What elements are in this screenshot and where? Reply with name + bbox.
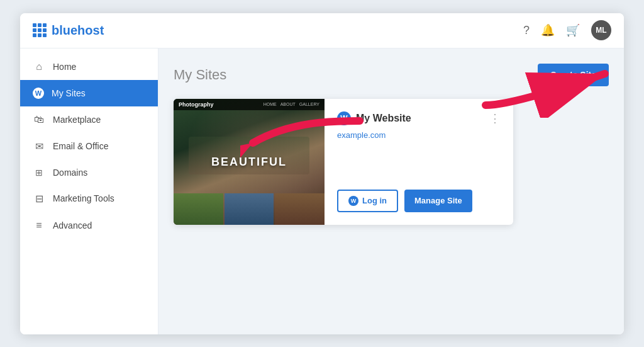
sidebar-item-marketplace-label: Marketplace (53, 115, 101, 125)
main-header: My Sites Create Site (174, 64, 609, 86)
sidebar: ⌂ Home W My Sites 🛍 Marketplace ✉ Email … (20, 48, 158, 334)
sidebar-item-domains-label: Domains (53, 168, 87, 178)
marketing-icon: ⊟ (33, 193, 45, 205)
bell-icon[interactable]: 🔔 (541, 23, 555, 37)
logo-grid-icon (33, 23, 47, 37)
thumbnail-nav-item: HOME (264, 102, 277, 106)
thumbnail-beautiful-text: BEAUTIFUL (211, 155, 287, 168)
marketplace-icon: 🛍 (33, 114, 45, 125)
sidebar-item-advanced[interactable]: ≡ Advanced (20, 212, 158, 239)
site-name: My Website (356, 113, 411, 124)
logo-text: bluehost (52, 23, 104, 38)
site-menu-button[interactable]: ⋮ (489, 111, 501, 125)
manage-site-button[interactable]: Manage Site (404, 190, 472, 212)
strip-item-2 (225, 193, 274, 225)
wordpress-icon: W (337, 111, 351, 125)
cart-icon[interactable]: 🛒 (566, 23, 580, 37)
home-icon: ⌂ (33, 61, 45, 72)
sidebar-item-email-office-label: Email & Office (53, 141, 108, 151)
sidebar-item-marketing-tools-label: Marketing Tools (53, 193, 114, 203)
header: bluehost ? 🔔 🛒 ML (20, 13, 624, 48)
help-icon[interactable]: ? (523, 24, 530, 37)
sidebar-item-marketplace[interactable]: 🛍 Marketplace (20, 106, 158, 133)
create-site-button[interactable]: Create Site (538, 64, 609, 86)
site-thumbnail: Photography HOME ABOUT GALLERY BEAUTIFUL (174, 99, 325, 225)
thumbnail-nav-item: GALLERY (299, 102, 319, 106)
site-url[interactable]: example.com (337, 130, 501, 140)
domains-icon: ⊞ (33, 168, 45, 178)
thumbnail-header-bar: Photography HOME ABOUT GALLERY (174, 99, 325, 110)
log-in-button[interactable]: W Log in (337, 190, 398, 212)
app-window: bluehost ? 🔔 🛒 ML ⌂ Home W My Sites 🛍 Ma… (20, 13, 624, 334)
site-info-header: W My Website ⋮ (337, 111, 501, 125)
wp-login-icon: W (348, 196, 358, 206)
strip-item-3 (275, 193, 325, 225)
logo-area: bluehost (33, 23, 104, 38)
header-actions: ? 🔔 🛒 ML (523, 20, 611, 40)
site-name-row: W My Website (337, 111, 411, 125)
thumbnail-strip (174, 193, 325, 225)
thumbnail-nav-item: ABOUT (280, 102, 296, 106)
body: ⌂ Home W My Sites 🛍 Marketplace ✉ Email … (20, 48, 624, 334)
sidebar-item-advanced-label: Advanced (53, 220, 92, 230)
thumbnail-inner: Photography HOME ABOUT GALLERY BEAUTIFUL (174, 99, 325, 225)
sidebar-item-email-office[interactable]: ✉ Email & Office (20, 133, 158, 160)
thumbnail-logo: Photography (179, 101, 214, 108)
strip-item-1 (174, 193, 223, 225)
advanced-icon: ≡ (33, 220, 45, 231)
sidebar-item-domains[interactable]: ⊞ Domains (20, 160, 158, 185)
main-content: My Sites Create Site Photography HOME AB… (158, 48, 624, 334)
thumbnail-nav: HOME ABOUT GALLERY (264, 102, 319, 106)
wordpress-icon-sidebar: W (33, 88, 44, 99)
log-in-label: Log in (362, 196, 387, 205)
sidebar-item-my-sites-label: My Sites (52, 88, 86, 98)
site-card: Photography HOME ABOUT GALLERY BEAUTIFUL (174, 99, 513, 225)
sidebar-item-my-sites[interactable]: W My Sites (20, 80, 158, 106)
sidebar-item-home-label: Home (53, 62, 76, 72)
page-title: My Sites (174, 67, 226, 83)
site-actions: W Log in Manage Site (337, 190, 501, 212)
avatar[interactable]: ML (591, 20, 611, 40)
sidebar-item-marketing-tools[interactable]: ⊟ Marketing Tools (20, 185, 158, 212)
email-icon: ✉ (33, 140, 45, 152)
sidebar-item-home[interactable]: ⌂ Home (20, 54, 158, 80)
site-info: W My Website ⋮ example.com W Log in Mana… (325, 99, 513, 225)
